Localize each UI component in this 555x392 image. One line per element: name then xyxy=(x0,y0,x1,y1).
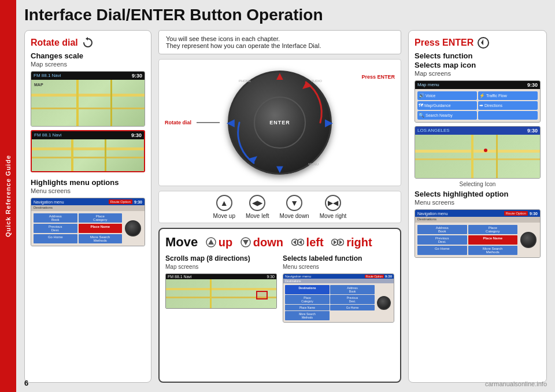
thumb-road-v1 xyxy=(210,279,212,308)
page-title: Interface Dial/ENTER Button Operation xyxy=(24,6,547,24)
map-screens-label-1: Map screens xyxy=(31,61,145,68)
nav-header-right: Navigation menu Route Option 9:30 xyxy=(415,210,540,217)
la-map-body xyxy=(415,135,540,178)
nav-item-prev-dest: PreviousDest. xyxy=(34,224,77,233)
nav-item-go-home: Go Home xyxy=(34,234,77,243)
nav-knob-circle xyxy=(125,220,141,236)
route-option-badge-right: Route Option xyxy=(504,211,528,216)
move-left-label: left xyxy=(306,236,324,249)
rotate-dial-label: Rotate dial xyxy=(165,120,191,125)
nav-item-go-home-right: Go Home xyxy=(417,246,467,255)
dir-item-up: ▲ Move up xyxy=(213,195,235,219)
move-up-icon xyxy=(206,237,216,247)
map-deco-2 xyxy=(32,139,144,171)
dir-icon-down: ▼ xyxy=(286,195,302,211)
dir-item-down: ▼ Move down xyxy=(280,195,309,219)
move-left-icon xyxy=(291,237,304,247)
map-screens-right-1: Map screens xyxy=(415,70,541,77)
svg-marker-9 xyxy=(293,240,296,245)
svg-marker-3 xyxy=(249,156,257,163)
svg-marker-17 xyxy=(481,39,483,45)
svg-marker-0 xyxy=(86,37,88,40)
nav-item-more-right: More SearchMethods xyxy=(468,246,518,255)
nav-thumb-move: Navigation menu Route Option 9:30 Destin… xyxy=(283,273,394,323)
page-number: 6 xyxy=(24,379,28,387)
nav-grid-right: AddressBook PlaceCategory PreviousDest. … xyxy=(417,225,517,255)
dir-icon-right: ▶◀ xyxy=(325,195,341,211)
selects-label: Selects labeled function xyxy=(283,254,394,262)
move-section: Move up down xyxy=(158,228,401,383)
changes-scale-label: Changes scale xyxy=(31,51,145,60)
thumb-nav-item-3: PreviousDest. xyxy=(330,295,375,304)
nav-grid-left: AddressBook PlaceCategory PreviousDest. … xyxy=(34,213,122,243)
map-body-1: MAP xyxy=(31,80,145,126)
thumb-nav-item-2: PlaceCategory xyxy=(285,295,330,304)
highlights-menu-label: Highlights menu options xyxy=(31,178,145,187)
watermark: carmanualsonline.info xyxy=(485,380,547,387)
route-opt-small: Route Option xyxy=(365,275,384,278)
nav-screen-left: Navigation menu Route Option 9:30 Destin… xyxy=(31,198,145,246)
instructions-box: You will see these icons in each chapter… xyxy=(158,30,401,54)
nav-item-prev-dest-right: PreviousDest. xyxy=(417,235,467,245)
selecting-icon-label: Selecting Icon xyxy=(415,181,541,187)
selects-map-icon-label: Selects map icon xyxy=(415,61,541,69)
nav-center-knob-right xyxy=(519,225,538,255)
thumb-highlight-box xyxy=(256,291,268,299)
destinations-bar-label: Destinations xyxy=(417,217,436,221)
dir-label-up: Move up xyxy=(213,213,235,219)
nav-header-left: Navigation menu Route Option 9:30 xyxy=(31,198,145,205)
map-menu-guidance: 🗺 Map/Guidance xyxy=(417,101,477,110)
svg-marker-11 xyxy=(299,240,302,245)
nav-item-place-name-highlight: Place Name xyxy=(79,224,123,233)
move-down-icon xyxy=(240,237,251,247)
dir-label-left: Move left xyxy=(246,213,269,219)
map-screen-large: FM 88.1 Navi 9:30 MAP xyxy=(31,71,145,127)
nav-route-bar: Destinations xyxy=(31,205,145,211)
screen-time-thumb: 9:30 xyxy=(385,275,392,278)
menu-screens-right: Menu screens xyxy=(415,199,541,206)
rotate-line xyxy=(197,122,220,123)
svg-marker-5 xyxy=(208,239,214,245)
svg-marker-7 xyxy=(243,240,249,245)
map-menu-grid: 🔊 Voice ⚡ Traffic Flow 🗺 Map/Guidance ➡ … xyxy=(417,91,538,120)
la-map-screen: LOS ANGELES 9:30 xyxy=(415,126,541,179)
map-menu-extra xyxy=(478,111,538,120)
screen-time-nav-right: 9:30 xyxy=(530,212,538,216)
thumb-nav-item-5: Go Home xyxy=(330,305,375,310)
direction-row: ▲ Move up ◀▶ Move left ▼ Move down ▶◀ Mo… xyxy=(158,191,401,223)
nav-item-address-right: AddressBook xyxy=(417,225,467,234)
svg-marker-2 xyxy=(302,82,310,89)
thumb-nav-grid: Destinations AddressBook PlaceCategory P… xyxy=(285,285,375,320)
la-screen-header: LOS ANGELES 9:30 xyxy=(415,127,540,135)
thumb-nav-item-1: AddressBook xyxy=(330,285,375,294)
thumb-map-body xyxy=(166,279,276,308)
map-menu-traffic: ⚡ Traffic Flow xyxy=(478,91,538,100)
map-menu-body: 🔊 Voice ⚡ Traffic Flow 🗺 Map/Guidance ➡ … xyxy=(415,89,540,122)
thumb-destinations-highlight: Destinations xyxy=(285,285,330,294)
map-dot-la xyxy=(484,149,487,152)
thumb-nav-item-6: More SearchMethods xyxy=(285,311,330,320)
map-screen-zoomed: FM 88.1 Navi 9:30 xyxy=(31,130,145,172)
thumb-header-map: FM 88.1 Navi 9:30 xyxy=(166,274,276,279)
map-thumb-move: FM 88.1 Navi 9:30 xyxy=(165,273,277,309)
rotate-arrows-svg xyxy=(222,65,338,180)
rotate-dial-title: Rotate dial xyxy=(31,36,145,49)
instruction-line1: You will see these icons in each chapter… xyxy=(166,35,394,42)
map-menu-screen: Map menu 9:30 🔊 Voice ⚡ Traffic Flow 🗺 M… xyxy=(415,80,541,123)
thumb-nav-header-move: Navigation menu Route Option 9:30 xyxy=(283,274,394,279)
nav-item-address: AddressBook xyxy=(34,213,77,223)
press-enter-label: Press ENTER xyxy=(361,74,395,80)
enter-icon-svg xyxy=(477,36,490,49)
map-menu-voice: 🔊 Voice xyxy=(417,91,477,100)
nav-route-bar-right: Destinations xyxy=(415,217,540,223)
dir-item-left: ◀▶ Move left xyxy=(246,195,269,219)
dir-icon-left: ◀▶ xyxy=(249,195,265,211)
right-column: Press ENTER Selects function Selects map… xyxy=(408,30,547,383)
dial-area: Rotate dial Press ENTER ▲ ▼ ◀ ▶ ENTER xyxy=(158,59,401,186)
scrolls-map-label: Scrolls map (8 directions) xyxy=(165,254,277,262)
dir-icon-up: ▲ xyxy=(216,195,232,211)
nav-item-place-name-right: Place Name xyxy=(468,235,518,245)
thumb-nav-body-move: Destinations AddressBook PlaceCategory P… xyxy=(283,283,394,322)
nav-item-more-search: More SearchMethods xyxy=(79,234,123,243)
map-screens-move-label: Map screens xyxy=(165,264,277,270)
